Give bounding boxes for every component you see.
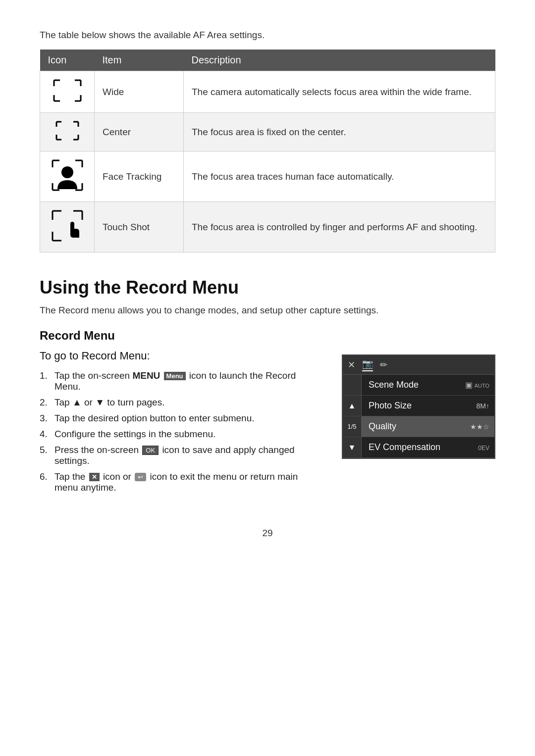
topbar-x-icon: ✕: [348, 359, 355, 370]
camera-ui-topbar: ✕ 📷 ✏: [343, 355, 494, 375]
x-badge: ✕: [89, 473, 100, 481]
step-num-5: 5.: [40, 445, 52, 455]
camera-label-quality: Quality: [362, 416, 465, 437]
section-heading: Using the Record Menu: [40, 277, 495, 298]
step-text-2: Tap ▲ or ▼ to turn pages.: [54, 397, 322, 408]
center-icon: [54, 120, 80, 142]
sub-heading: To go to Record Menu:: [40, 350, 322, 362]
steps-list: 1. Tap the on-screen MENU Menu icon to l…: [40, 370, 322, 493]
item-cell-wide: Wide: [95, 71, 184, 113]
step-text-1: Tap the on-screen MENU Menu icon to laun…: [54, 370, 322, 392]
table-row: Touch Shot The focus area is controlled …: [40, 202, 495, 252]
camera-row-quality: 1/5 Quality ★★☆: [343, 416, 494, 437]
desc-cell-face: The focus area traces human face automat…: [184, 151, 495, 202]
subsection-heading: Record Menu: [40, 329, 495, 343]
page-number: 29: [40, 528, 495, 539]
col-item: Item: [95, 50, 184, 71]
icon-cell-face: [40, 151, 95, 202]
svg-point-24: [61, 166, 73, 178]
desc-cell-touch: The focus area is controlled by finger a…: [184, 202, 495, 252]
face-tracking-icon: [51, 158, 84, 192]
list-item: 4. Configure the settings in the submenu…: [40, 429, 322, 440]
col-description: Description: [184, 50, 495, 71]
step-text-4: Configure the settings in the submenu.: [54, 429, 322, 440]
touch-shot-icon: [51, 209, 84, 243]
return-badge: ↩: [135, 473, 146, 481]
desc-cell-center: The focus area is fixed on the center.: [184, 113, 495, 151]
camera-side-counter: 1/5: [343, 416, 362, 437]
camera-row-photosize: ▲ Photo Size 8M↑: [343, 396, 494, 416]
icon-cell-wide: [40, 71, 95, 113]
table-row: Face Tracking The focus area traces huma…: [40, 151, 495, 202]
col-icon: Icon: [40, 50, 95, 71]
camera-ui: ✕ 📷 ✏ Scene Mode ▣ AUTO ▲ Photo Size 8M↑: [342, 354, 495, 459]
camera-label-ev: EV Compensation: [362, 437, 473, 457]
camera-row-scene: Scene Mode ▣ AUTO: [343, 375, 494, 396]
item-cell-touch: Touch Shot: [95, 202, 184, 252]
camera-value-ev: 0EV: [473, 439, 494, 456]
table-row: Center The focus area is fixed on the ce…: [40, 113, 495, 151]
section-intro: The Record menu allows you to change mod…: [40, 305, 495, 316]
record-menu-layout: To go to Record Menu: 1. Tap the on-scre…: [40, 350, 495, 498]
camera-side-up: ▲: [343, 396, 362, 416]
step-num-3: 3.: [40, 413, 52, 424]
list-item: 6. Tap the ✕ icon or ↩ icon to exit the …: [40, 471, 322, 493]
list-item: 1. Tap the on-screen MENU Menu icon to l…: [40, 370, 322, 392]
record-menu-text: To go to Record Menu: 1. Tap the on-scre…: [40, 350, 322, 498]
list-item: 3. Tap the desired option button to ente…: [40, 413, 322, 424]
af-area-table: Icon Item Description: [40, 50, 495, 252]
camera-value-photosize: 8M↑: [472, 397, 494, 415]
camera-side-scene: [343, 375, 362, 395]
intro-text: The table below shows the available AF A…: [40, 30, 495, 41]
icon-cell-touch: [40, 202, 95, 252]
step-text-5: Press the on-screen OK icon to save and …: [54, 445, 322, 466]
ok-badge: OK: [142, 446, 159, 455]
step-num-2: 2.: [40, 397, 52, 408]
table-row: Wide The camera automatically selects fo…: [40, 71, 495, 113]
camera-ui-mock: ✕ 📷 ✏ Scene Mode ▣ AUTO ▲ Photo Size 8M↑: [342, 354, 495, 459]
camera-side-down: ▼: [343, 437, 362, 457]
icon-cell-center: [40, 113, 95, 151]
camera-row-ev: ▼ EV Compensation 0EV: [343, 437, 494, 458]
camera-label-scene: Scene Mode: [362, 375, 460, 395]
topbar-camera-icon: 📷: [362, 358, 373, 371]
step-num-4: 4.: [40, 429, 52, 440]
camera-value-quality: ★★☆: [465, 418, 494, 436]
camera-value-scene: ▣ AUTO: [460, 375, 494, 395]
list-item: 2. Tap ▲ or ▼ to turn pages.: [40, 397, 322, 408]
step-num-1: 1.: [40, 370, 52, 381]
topbar-edit-icon: ✏: [380, 359, 387, 370]
list-item: 5. Press the on-screen OK icon to save a…: [40, 445, 322, 466]
step-text-6: Tap the ✕ icon or ↩ icon to exit the men…: [54, 471, 322, 493]
desc-cell-wide: The camera automatically selects focus a…: [184, 71, 495, 113]
menu-badge: Menu: [164, 372, 186, 380]
step-num-6: 6.: [40, 471, 52, 482]
item-cell-center: Center: [95, 113, 184, 151]
step-text-3: Tap the desired option button to enter s…: [54, 413, 322, 424]
menu-bold: MENU: [132, 370, 160, 381]
wide-icon: [52, 78, 83, 103]
camera-label-photosize: Photo Size: [362, 396, 472, 416]
item-cell-face: Face Tracking: [95, 151, 184, 202]
